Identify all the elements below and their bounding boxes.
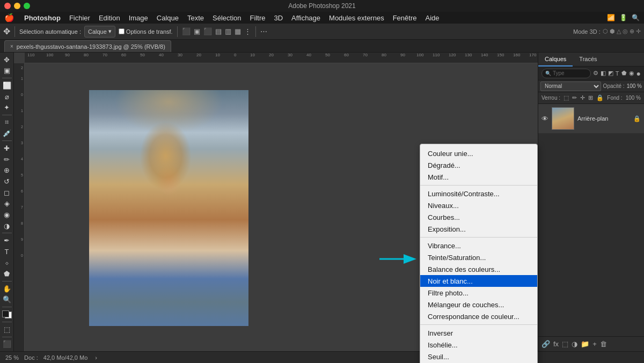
tool-blur[interactable]: ◉ <box>1 210 13 220</box>
align-top-icon[interactable]: ▤ <box>215 27 222 35</box>
tool-screen-mode[interactable]: ⬛ <box>1 339 13 349</box>
menu-edition[interactable]: Edition <box>94 12 125 24</box>
tab-close[interactable]: × <box>10 43 13 49</box>
filter-smart-icon[interactable]: ◉ <box>629 70 634 77</box>
ctx-courbes[interactable]: Courbes... <box>420 211 537 223</box>
status-arrow[interactable]: › <box>95 354 97 361</box>
lock-all-icon[interactable]: 🔒 <box>596 94 604 101</box>
tool-zoom[interactable]: 🔍 <box>1 294 13 305</box>
transform-checkbox[interactable]: Options de transf. <box>119 28 173 35</box>
tool-marquee[interactable]: ⬜ <box>1 80 13 91</box>
ctx-inverser[interactable]: Inverser <box>420 327 537 339</box>
menu-texte[interactable]: Texte <box>183 12 208 24</box>
menu-calque[interactable]: Calque <box>152 12 183 24</box>
tool-artboard[interactable]: ▣ <box>1 66 13 76</box>
filter-shape-icon[interactable]: ⬟ <box>621 70 627 77</box>
layer-visibility-icon[interactable]: 👁 <box>541 115 548 123</box>
filter-adj-icon[interactable]: ◩ <box>608 70 613 77</box>
ctx-exposition[interactable]: Exposition... <box>420 223 537 235</box>
ctx-balance[interactable]: Balance des couleurs... <box>420 263 537 275</box>
filter-pixel-icon[interactable]: ◧ <box>601 70 606 77</box>
tool-eraser[interactable]: ◻ <box>1 188 13 198</box>
menu-fichier[interactable]: Fichier <box>65 12 94 24</box>
delete-layer-icon[interactable]: 🗑 <box>600 340 607 348</box>
blend-mode-select[interactable]: Normal <box>540 82 601 91</box>
color-swatches[interactable] <box>2 310 12 318</box>
layer-link-icon[interactable]: 🔗 <box>541 340 550 348</box>
menu-aide[interactable]: Aide <box>421 12 443 24</box>
tool-pen[interactable]: ✒ <box>1 235 13 246</box>
menu-3d[interactable]: 3D <box>269 12 287 24</box>
ctx-isoheli[interactable]: Isohélie... <box>420 339 537 351</box>
ctx-noir-et-blanc[interactable]: Noir et blanc... <box>420 275 537 287</box>
filter-toggle[interactable]: ● <box>636 69 641 78</box>
tab-traces[interactable]: Tracés <box>573 53 603 66</box>
align-center-h-icon[interactable]: ▣ <box>194 27 200 35</box>
tool-lasso[interactable]: ⌀ <box>1 92 13 102</box>
menu-filtre[interactable]: Filtre <box>246 12 270 24</box>
distribute-icon[interactable]: ⋮ <box>244 27 251 35</box>
tool-dodge[interactable]: ◑ <box>1 221 13 231</box>
document-tab[interactable]: × pexels-thgusstavo-santana-1933873.jpg … <box>4 40 171 52</box>
add-layer-icon[interactable]: + <box>592 340 597 348</box>
tool-brush[interactable]: ✏ <box>1 154 13 165</box>
add-mask-icon[interactable]: ⬚ <box>562 340 568 348</box>
menu-modules[interactable]: Modules externes <box>325 12 389 24</box>
ctx-niveaux[interactable]: Niveaux... <box>420 199 537 211</box>
tool-path[interactable]: ⬦ <box>1 258 13 268</box>
lock-position-icon[interactable]: ✛ <box>580 94 585 101</box>
minimize-button[interactable] <box>14 3 20 9</box>
tool-quick-mask[interactable]: ⬚ <box>1 324 13 335</box>
ctx-couleur-unie[interactable]: Couleur unie... <box>420 147 537 159</box>
lock-transparent-icon[interactable]: ⬚ <box>564 94 569 101</box>
tool-crop[interactable]: ⌗ <box>1 117 13 128</box>
ctx-melangeur[interactable]: Mélangeur de couches... <box>420 299 537 310</box>
transform-check-input[interactable] <box>119 28 125 34</box>
tool-healing[interactable]: ✚ <box>1 143 13 153</box>
layer-fx-icon[interactable]: fx <box>553 340 559 348</box>
tool-history-brush[interactable]: ↺ <box>1 176 13 187</box>
foreground-color[interactable] <box>2 310 9 317</box>
layers-search-box[interactable]: 🔍 Type <box>541 69 591 78</box>
search-icon[interactable]: 🔍 <box>632 14 640 21</box>
close-button[interactable] <box>4 3 11 9</box>
ctx-seuil[interactable]: Seuil... <box>420 351 537 362</box>
add-adjustment-icon[interactable]: ◑ <box>572 340 577 348</box>
align-center-v-icon[interactable]: ▥ <box>225 27 231 35</box>
ctx-motif[interactable]: Motif... <box>420 171 537 183</box>
lock-artboard-icon[interactable]: ⊞ <box>588 94 593 101</box>
ctx-correspondance[interactable]: Correspondance de couleur... <box>420 310 537 322</box>
layer-item-background[interactable]: 👁 Arrière-plan 🔒 <box>538 104 644 134</box>
more-options-icon[interactable]: ⋯ <box>260 27 267 35</box>
tool-shape[interactable]: ⬟ <box>1 269 13 279</box>
ctx-teinte[interactable]: Teinte/Saturation... <box>420 251 537 263</box>
menu-image[interactable]: Image <box>125 12 152 24</box>
tool-move[interactable]: ✥ <box>1 55 13 65</box>
ctx-luminosite[interactable]: Luminosité/Contraste... <box>420 188 537 199</box>
tool-hand[interactable]: ✋ <box>1 284 13 294</box>
menu-fenetre[interactable]: Fenêtre <box>389 12 421 24</box>
maximize-button[interactable] <box>24 3 30 9</box>
ctx-degrade[interactable]: Dégradé... <box>420 159 537 171</box>
layer-dropdown[interactable]: Calque ▾ <box>84 26 115 38</box>
align-right-icon[interactable]: ⬛ <box>203 27 212 35</box>
tool-type[interactable]: T <box>1 247 13 257</box>
filter-type-icon[interactable]: T <box>616 70 619 77</box>
menu-selection[interactable]: Sélection <box>208 12 245 24</box>
ctx-filtre-photo[interactable]: Filtre photo... <box>420 287 537 299</box>
tool-gradient[interactable]: ◈ <box>1 198 13 209</box>
lock-pixels-icon[interactable]: ✏ <box>572 94 577 101</box>
filter-kind-icon[interactable]: ⚙ <box>593 70 598 77</box>
apple-menu[interactable]: 🍎 <box>4 13 14 23</box>
tab-calques[interactable]: Calques <box>538 53 573 66</box>
tool-magic-wand[interactable]: ✦ <box>1 102 13 113</box>
tool-eyedropper[interactable]: 💉 <box>1 129 13 139</box>
add-group-icon[interactable]: 📁 <box>581 340 589 348</box>
align-left-icon[interactable]: ⬛ <box>182 27 191 35</box>
move-tool-icon[interactable]: ✥ <box>3 26 10 36</box>
align-bottom-icon[interactable]: ▦ <box>235 27 241 35</box>
ctx-vibrance[interactable]: Vibrance... <box>420 240 537 251</box>
menu-affichage[interactable]: Affichage <box>287 12 325 24</box>
tool-clone[interactable]: ⊕ <box>1 165 13 175</box>
menu-photoshop[interactable]: Photoshop <box>20 12 65 24</box>
